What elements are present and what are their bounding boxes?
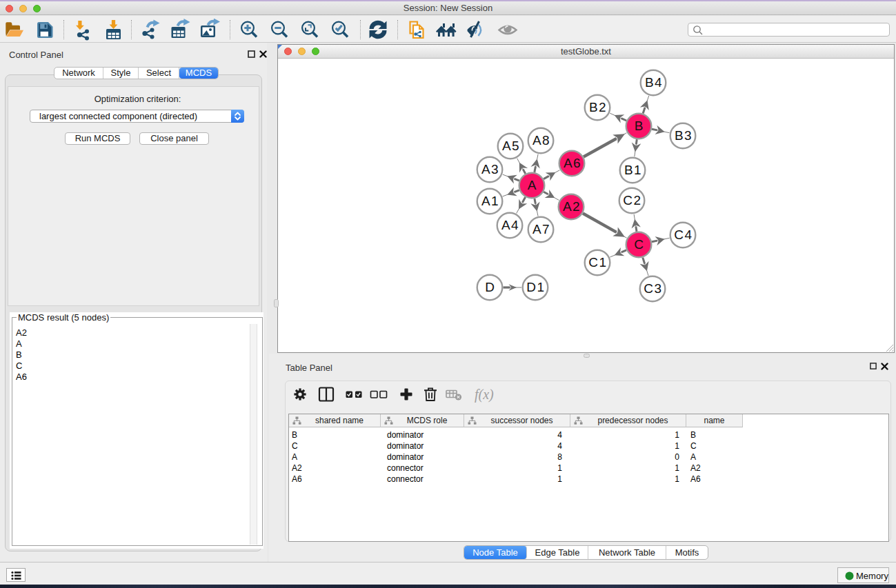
svg-text:B3: B3: [675, 128, 693, 143]
svg-text:A2: A2: [563, 199, 581, 214]
svg-text:D1: D1: [526, 280, 545, 294]
svg-text:A7: A7: [532, 222, 550, 236]
svg-text:A: A: [528, 178, 537, 192]
svg-text:B2: B2: [589, 100, 607, 114]
svg-text:C: C: [634, 237, 644, 252]
svg-text:A6: A6: [564, 156, 581, 170]
svg-text:C4: C4: [674, 227, 693, 242]
svg-text:A5: A5: [502, 139, 520, 153]
svg-text:A3: A3: [481, 162, 499, 176]
svg-text:C3: C3: [644, 281, 662, 296]
svg-text:C1: C1: [588, 255, 607, 270]
svg-text:A1: A1: [481, 194, 499, 208]
svg-text:B: B: [635, 119, 644, 133]
svg-text:A4: A4: [501, 218, 519, 232]
svg-text:A8: A8: [532, 133, 550, 148]
svg-text:D: D: [485, 280, 495, 294]
svg-text:B4: B4: [645, 75, 663, 90]
svg-text:f(x): f(x): [475, 387, 494, 403]
svg-text:B1: B1: [624, 163, 642, 177]
svg-text:C2: C2: [623, 193, 641, 207]
